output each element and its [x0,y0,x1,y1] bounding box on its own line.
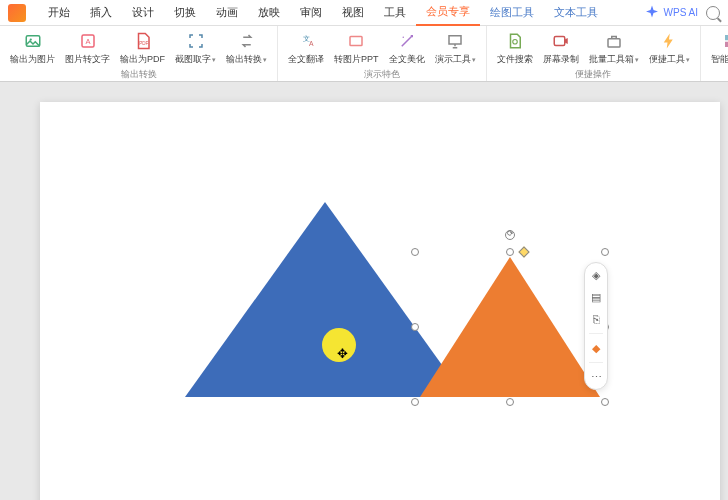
present-tools-button[interactable]: 演示工具 [431,29,480,68]
ocr-button[interactable]: A图片转文字 [61,29,114,68]
ribbon-group-output: 输出为图片 A图片转文字 PDF输出为PDF 截图取字 输出转换 输出转换 [0,26,278,81]
resize-handle-bm[interactable] [506,398,514,406]
record-icon [552,32,570,50]
svg-point-10 [512,40,517,45]
screen-record-button[interactable]: 屏幕录制 [539,29,583,68]
tab-member[interactable]: 会员专享 [416,0,480,26]
translate-button[interactable]: 文A全文翻译 [284,29,328,68]
to-image-ppt-button[interactable]: 转图片PPT [330,29,383,68]
magic-icon [398,32,416,50]
group-label-convenience: 便捷操作 [575,68,611,83]
float-format-button[interactable]: ◆ [588,340,604,356]
screenshot-ocr-button[interactable]: 截图取字 [171,29,220,68]
ocr-icon: A [79,32,97,50]
tab-insert[interactable]: 插入 [80,0,122,26]
quick-tools-button[interactable]: 便捷工具 [645,29,694,68]
tab-slideshow[interactable]: 放映 [248,0,290,26]
separator [589,333,603,334]
present-icon [446,32,464,50]
template-icon [722,32,728,50]
shape-yellow-circle[interactable] [322,328,356,362]
image-export-icon [24,32,42,50]
export-image-button[interactable]: 输出为图片 [6,29,59,68]
float-align-button[interactable]: ▤ [588,289,604,305]
tab-view[interactable]: 视图 [332,0,374,26]
resize-handle-tl[interactable] [411,248,419,256]
resize-handle-br[interactable] [601,398,609,406]
svg-rect-12 [608,39,620,47]
selection-box [415,252,605,402]
file-search-icon [506,32,524,50]
ppt-image-icon [347,32,365,50]
resize-handle-tr[interactable] [601,248,609,256]
translate-icon: 文A [297,32,315,50]
svg-point-8 [402,37,404,39]
separator [589,362,603,363]
tab-animation[interactable]: 动画 [206,0,248,26]
svg-text:A: A [85,37,90,46]
svg-text:PDF: PDF [139,41,148,46]
export-pdf-button[interactable]: PDF输出为PDF [116,29,169,68]
group-label-present: 演示特色 [364,68,400,83]
smart-template-button[interactable]: 智能模板 [707,29,728,68]
beautify-button[interactable]: 全文美化 [385,29,429,68]
file-search-button[interactable]: 文件搜索 [493,29,537,68]
float-link-button[interactable]: ⎘ [588,311,604,327]
float-more-button[interactable]: ⋯ [588,369,604,385]
tab-design[interactable]: 设计 [122,0,164,26]
svg-text:A: A [309,40,314,47]
app-logo-icon [8,4,26,22]
rotate-handle[interactable] [505,230,515,240]
svg-rect-7 [350,37,362,46]
tab-drawing-tools[interactable]: 绘图工具 [480,0,544,26]
tab-review[interactable]: 审阅 [290,0,332,26]
resize-handle-tm[interactable] [506,248,514,256]
toolbox-icon [605,32,623,50]
ribbon-group-smart: 智能模板 [701,26,728,81]
output-convert-button[interactable]: 输出转换 [222,29,271,68]
sparkle-icon [643,4,661,22]
resize-handle-bl[interactable] [411,398,419,406]
canvas-area[interactable]: ✥ ◈ ▤ ⎘ ◆ ⋯ [0,82,728,500]
shape-orange-triangle[interactable] [420,257,600,397]
ribbon-group-convenience: 文件搜索 屏幕录制 批量工具箱 便捷工具 便捷操作 [487,26,701,81]
tab-tools[interactable]: 工具 [374,0,416,26]
adjust-handle[interactable] [518,246,529,257]
screenshot-icon [187,32,205,50]
tab-transition[interactable]: 切换 [164,0,206,26]
pdf-icon: PDF [134,32,152,50]
svg-rect-11 [554,37,565,46]
wps-ai-button[interactable]: WPS AI [643,4,698,22]
batch-tools-button[interactable]: 批量工具箱 [585,29,643,68]
group-label-output: 输出转换 [121,68,157,83]
resize-handle-ml[interactable] [411,323,419,331]
slide[interactable]: ✥ ◈ ▤ ⎘ ◆ ⋯ [40,102,720,500]
floating-toolbar: ◈ ▤ ⎘ ◆ ⋯ [584,262,608,390]
convert-icon [238,32,256,50]
tab-start[interactable]: 开始 [38,0,80,26]
ribbon: 输出为图片 A图片转文字 PDF输出为PDF 截图取字 输出转换 输出转换 文A… [0,26,728,82]
lightning-icon [660,32,678,50]
tab-text-tools[interactable]: 文本工具 [544,0,608,26]
svg-rect-9 [449,36,461,44]
search-icon[interactable] [706,6,720,20]
float-layers-button[interactable]: ◈ [588,267,604,283]
menu-bar: 开始 插入 设计 切换 动画 放映 审阅 视图 工具 会员专享 绘图工具 文本工… [0,0,728,26]
ribbon-group-present: 文A全文翻译 转图片PPT 全文美化 演示工具 演示特色 [278,26,487,81]
